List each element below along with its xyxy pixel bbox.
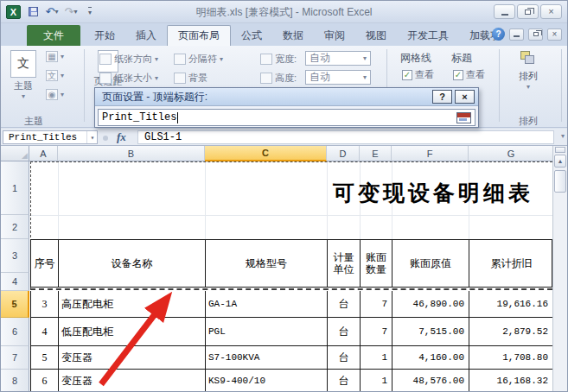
header-cell-equipment-name[interactable]: 设备名称 — [59, 240, 206, 287]
cell-unit[interactable]: 台 — [328, 318, 361, 345]
tab-home[interactable]: 开始 — [84, 25, 125, 46]
column-header-d[interactable]: D — [327, 146, 360, 161]
header-cell-no[interactable]: 序号 — [31, 240, 59, 287]
cell-unit[interactable]: 台 — [328, 346, 361, 369]
close-button[interactable]: × — [540, 4, 562, 19]
row-header-8[interactable]: 8 — [1, 370, 29, 392]
cell-value[interactable]: 48,576.00 — [392, 370, 469, 392]
cell-no[interactable]: 6 — [31, 370, 59, 392]
theme-fonts-button[interactable]: 文▾ — [46, 70, 64, 81]
theme-colors-button[interactable]: ▦▾ — [46, 51, 64, 62]
column-header-g[interactable]: G — [469, 146, 554, 161]
print-titles-input[interactable]: Print_Titles — [98, 109, 475, 126]
tab-formulas[interactable]: 公式 — [231, 25, 272, 46]
vertical-scrollbar[interactable]: ▲ — [552, 146, 567, 392]
scroll-up-button[interactable]: ▲ — [554, 155, 566, 168]
collapse-ribbon-icon[interactable]: ▵ — [483, 30, 488, 39]
cell-qty[interactable]: 1 — [361, 346, 392, 369]
theme-colors-icon: ▦ — [46, 51, 58, 62]
header-cell-quantity[interactable]: 账面数量 — [361, 240, 392, 287]
cell-name[interactable]: 变压器 — [59, 346, 206, 369]
tab-page-layout[interactable]: 页面布局 — [167, 25, 231, 46]
row-header-7[interactable]: 7 — [1, 346, 29, 370]
tab-view[interactable]: 视图 — [355, 25, 397, 46]
row-header-2[interactable]: 2 — [1, 215, 29, 239]
cell-qty[interactable]: 7 — [361, 291, 392, 317]
row-header-1[interactable]: 1 — [1, 161, 29, 215]
cell-no[interactable]: 3 — [31, 291, 59, 317]
dropdown-icon: ▾ — [155, 55, 158, 63]
formula-input[interactable]: GLS1-1 — [137, 130, 554, 144]
split-handle[interactable] — [555, 147, 565, 153]
help-icon: ? — [495, 29, 501, 39]
cell-depreciation[interactable]: 2,879.52 — [469, 318, 553, 345]
paper-size-icon — [99, 73, 112, 84]
formula-bar-resize-handle[interactable] — [103, 136, 108, 141]
height-combobox[interactable]: 自动▾ — [305, 70, 371, 85]
dialog-close-button[interactable]: × — [455, 90, 475, 104]
cell-no[interactable]: 5 — [31, 346, 59, 369]
row-header-5[interactable]: 5 — [1, 291, 29, 318]
cell-name[interactable]: 低压配电柜 — [59, 318, 206, 345]
theme-effects-button[interactable]: ◉▾ — [46, 89, 64, 100]
header-cell-depreciation[interactable]: 累计折旧 — [469, 240, 553, 287]
tab-file[interactable]: 文件 — [27, 25, 80, 46]
name-box[interactable]: Print_Titles ▾ — [3, 130, 98, 144]
arrange-button[interactable]: 排列 ▾ — [509, 51, 547, 91]
cell-no[interactable]: 4 — [31, 318, 59, 345]
cell-model[interactable]: S7-100KVA — [206, 346, 328, 369]
cell-unit[interactable]: 台 — [328, 370, 361, 392]
header-cell-model[interactable]: 规格型号 — [206, 240, 328, 287]
cell-model[interactable]: KS9-400/10 — [206, 370, 328, 392]
collapse-dialog-icon[interactable] — [456, 112, 471, 123]
cell-qty[interactable]: 1 — [361, 370, 392, 392]
header-cell-book-value[interactable]: 账面原值 — [392, 240, 469, 287]
workbook-close-button[interactable]: × — [547, 28, 562, 41]
expand-formula-bar-icon[interactable]: ▾ — [561, 132, 565, 140]
insert-function-button[interactable]: fx — [117, 130, 126, 144]
cell-value[interactable]: 46,890.00 — [392, 291, 469, 317]
cell-qty[interactable]: 7 — [361, 318, 392, 345]
workbook-restore-button[interactable] — [528, 28, 543, 41]
cell-name[interactable]: 高压配电柜 — [59, 291, 206, 317]
cell-model[interactable]: GA-1A — [206, 291, 328, 317]
cell-value[interactable]: 7,515.00 — [392, 318, 469, 345]
themes-button[interactable]: 文 主题 ▾ — [8, 50, 39, 100]
tab-developer[interactable]: 开发工具 — [397, 25, 459, 46]
cell-depreciation[interactable]: 1,708.80 — [469, 346, 553, 369]
scrollbar-thumb[interactable] — [554, 170, 566, 193]
cell-depreciation[interactable]: 19,616.16 — [469, 291, 553, 317]
column-header-c[interactable]: C — [205, 146, 327, 161]
dialog-help-button[interactable]: ? — [432, 90, 452, 104]
width-combobox[interactable]: 自动▾ — [305, 51, 371, 66]
column-header-f[interactable]: F — [392, 146, 469, 161]
help-button[interactable]: ? — [492, 28, 505, 41]
cell-unit[interactable]: 台 — [328, 291, 361, 317]
cell-name[interactable]: 变压器 — [59, 370, 206, 392]
breaks-button[interactable]: 分隔符▾ — [174, 53, 223, 66]
view-gridlines-checkbox[interactable]: ✓查看 — [402, 68, 434, 81]
minimize-button[interactable] — [494, 4, 515, 19]
row-header-6[interactable]: 6 — [1, 318, 29, 346]
column-header-a[interactable]: A — [29, 146, 58, 161]
workbook-minimize-button[interactable] — [509, 28, 524, 41]
header-cell-unit[interactable]: 计量单位 — [328, 240, 361, 287]
column-header-e[interactable]: E — [360, 146, 392, 161]
tab-review[interactable]: 审阅 — [314, 25, 355, 46]
column-header-b[interactable]: B — [58, 146, 205, 161]
tab-data[interactable]: 数据 — [272, 25, 314, 46]
dialog-title-bar[interactable]: 页面设置 - 顶端标题行: — [95, 88, 478, 106]
row-header-4[interactable]: 4 — [1, 273, 29, 291]
paper-size-button[interactable]: 纸张大小▾ — [99, 72, 158, 85]
cell-value[interactable]: 4,160.00 — [392, 346, 469, 369]
view-headings-checkbox[interactable]: ✓查看 — [453, 68, 485, 81]
cell-depreciation[interactable]: 16,168.32 — [469, 370, 553, 392]
name-box-dropdown-icon[interactable]: ▾ — [86, 131, 98, 143]
cell-model[interactable]: PGL — [206, 318, 328, 345]
row-header-3[interactable]: 3 — [1, 239, 29, 273]
select-all-corner[interactable]: ◢ — [1, 146, 29, 161]
orientation-button[interactable]: 纸张方向▾ — [99, 53, 158, 66]
restore-button[interactable] — [517, 4, 539, 19]
tab-insert[interactable]: 插入 — [125, 25, 167, 46]
background-button[interactable]: 背景 — [174, 72, 207, 85]
